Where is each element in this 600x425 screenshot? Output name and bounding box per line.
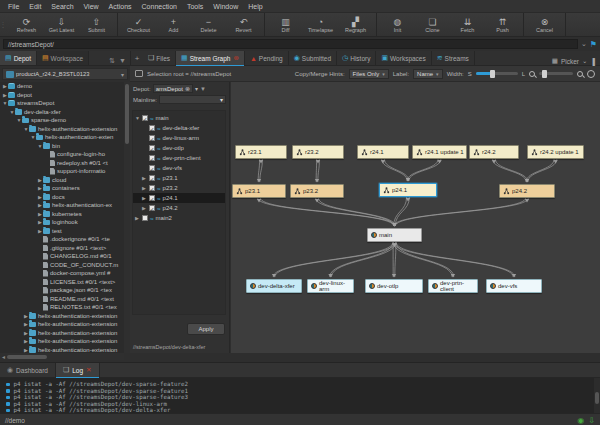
bookmark-icon[interactable]: ⚑ bbox=[590, 40, 597, 49]
stream-checkbox[interactable]: ✓ bbox=[149, 175, 155, 181]
stream-tree-item[interactable]: ✓≈dev-linux-arm bbox=[133, 133, 225, 143]
tree-item[interactable]: ▶kubernetes bbox=[0, 210, 124, 219]
tree-item[interactable]: redeploy.sh #0/1 <t bbox=[0, 159, 124, 168]
menu-item-tools[interactable]: Tools bbox=[183, 2, 207, 11]
zoom-out-icon[interactable] bbox=[529, 71, 535, 77]
push-button[interactable]: ⇈Push bbox=[485, 13, 520, 36]
depot-dropdown-icon[interactable]: ▾ bbox=[195, 85, 198, 92]
tree-item[interactable]: RELNOTES.txt #0/1 <tex bbox=[0, 303, 124, 312]
depot-tree-hscrollbar[interactable]: ◄ bbox=[0, 353, 124, 360]
menu-item-help[interactable]: Help bbox=[244, 2, 266, 11]
tree-item[interactable]: ▶test bbox=[0, 227, 124, 236]
menu-item-actions[interactable]: Actions bbox=[105, 2, 136, 11]
revert-button[interactable]: ↶Revert bbox=[226, 13, 261, 36]
tree-item[interactable]: ▼sparse-demo bbox=[0, 116, 124, 125]
tree-item[interactable]: CHANGELOG.md #0/1 bbox=[0, 252, 124, 261]
stream-node-r23.1[interactable]: r23.1 bbox=[235, 145, 287, 159]
tree-item[interactable]: ▶docs bbox=[0, 193, 124, 202]
checkout-button[interactable]: ✓Checkout bbox=[121, 13, 156, 36]
delete-button[interactable]: −Delete bbox=[191, 13, 226, 36]
tab-submitted[interactable]: ◉Submitted bbox=[289, 51, 337, 65]
stream-tree-item[interactable]: ▶✓≈p24.1 bbox=[133, 193, 225, 203]
collapsed-icon[interactable]: ▶ bbox=[142, 205, 147, 211]
stream-checkbox[interactable]: ✓ bbox=[149, 195, 155, 201]
stream-node-dev-prtn-client[interactable]: dev-prtn-client bbox=[428, 279, 478, 293]
stream-node-p24.2[interactable]: p24.2 bbox=[499, 184, 555, 198]
timelapse-button[interactable]: ◔Timelapse bbox=[303, 13, 338, 36]
cancel-button[interactable]: ⊗Cancel bbox=[527, 13, 562, 36]
clear-depot-icon[interactable]: ⊗ bbox=[185, 85, 190, 92]
stream-node-r23.2[interactable]: r23.2 bbox=[292, 145, 344, 159]
tree-item[interactable]: ▶cloud bbox=[0, 176, 124, 185]
tree-item[interactable]: support-informatio bbox=[0, 167, 124, 176]
stream-checkbox[interactable]: ✓ bbox=[142, 115, 148, 121]
collapsed-icon[interactable]: ▶ bbox=[142, 175, 147, 181]
tree-item[interactable]: ▶helix-authentication-extension bbox=[0, 320, 124, 329]
picker-control[interactable]: ▦Picker⌄▐ bbox=[552, 57, 600, 65]
scroll-left-icon[interactable]: ◄ bbox=[0, 354, 7, 360]
tree-item[interactable]: ▼bin bbox=[0, 142, 124, 151]
stream-tree-item[interactable]: ✓≈dev-prtn-client bbox=[133, 153, 225, 163]
stream-graph-canvas[interactable]: r23.1r23.2r24.1r24.1 update 1r24.2r24.2 … bbox=[231, 82, 600, 353]
stream-tree-item[interactable]: ✓≈dev-delta-xfer bbox=[133, 123, 225, 133]
add-button[interactable]: +Add bbox=[156, 13, 191, 36]
sort-icon[interactable]: ⇅ bbox=[109, 57, 115, 65]
diff-button[interactable]: ▥Diff bbox=[268, 13, 303, 36]
stream-checkbox[interactable]: ✓ bbox=[149, 165, 155, 171]
submit-button[interactable]: ⇧Submit bbox=[79, 13, 114, 36]
stream-checkbox[interactable]: ✓ bbox=[149, 145, 155, 151]
stream-node-p24.1[interactable]: p24.1 bbox=[379, 183, 437, 197]
stream-node-dev-vfs[interactable]: dev-vfs bbox=[486, 279, 542, 293]
label-dropdown[interactable]: Name ▾ bbox=[413, 69, 443, 79]
stream-tree-item[interactable]: ▶✓≈p24.2 bbox=[133, 203, 225, 213]
tree-item[interactable]: configure-login-ho bbox=[0, 150, 124, 159]
tree-item[interactable]: package.json #0/1 <tex bbox=[0, 286, 124, 295]
tree-item[interactable]: ▶helix-authentication-extension bbox=[0, 337, 124, 346]
stream-tree-item[interactable]: ✓≈dev-vfs bbox=[133, 163, 225, 173]
stream-checkbox[interactable]: ✓ bbox=[149, 185, 155, 191]
stream-checkbox[interactable]: ✓ bbox=[149, 155, 155, 161]
filter-icon[interactable]: ▼ bbox=[119, 57, 126, 65]
menu-item-file[interactable]: File bbox=[4, 2, 23, 11]
address-dropdown-icon[interactable]: ⌄ bbox=[581, 40, 587, 48]
stream-filter-icon[interactable]: ▼ bbox=[200, 86, 206, 92]
stream-checkbox[interactable]: ✓ bbox=[149, 205, 155, 211]
close-tab-icon[interactable]: ✕ bbox=[86, 366, 91, 374]
stream-node-r24.1-update-1[interactable]: r24.1 update 1 bbox=[412, 145, 467, 159]
mainline-dropdown[interactable]: ▾ bbox=[159, 95, 226, 104]
tab-pending[interactable]: ▲Pending bbox=[245, 51, 289, 65]
width-slider[interactable] bbox=[476, 72, 518, 75]
stream-checkbox[interactable] bbox=[142, 215, 148, 221]
stream-node-r24.2-update-1[interactable]: r24.2 update 1 bbox=[527, 145, 584, 159]
stream-node-dev-delta-xfer[interactable]: dev-delta-xfer bbox=[246, 279, 302, 293]
stream-node-dev-linux-arm[interactable]: dev-linux-arm bbox=[307, 279, 354, 293]
stream-tree-item[interactable]: ▶✓≈p23.1 bbox=[133, 173, 225, 183]
tree-item[interactable]: ▶depot bbox=[0, 91, 124, 100]
tree-item[interactable]: ▶loginhook bbox=[0, 218, 124, 227]
collapsed-icon[interactable]: ▶ bbox=[142, 195, 147, 201]
zoom-slider[interactable] bbox=[539, 72, 573, 75]
stream-checkbox[interactable]: ✓ bbox=[149, 125, 155, 131]
init-button[interactable]: ◍Init bbox=[380, 13, 415, 36]
tree-item[interactable]: ▶helix-authentication-ex bbox=[0, 201, 124, 210]
copy-merge-hints-dropdown[interactable]: Files Only ▾ bbox=[349, 69, 389, 79]
apply-button[interactable]: Apply bbox=[187, 323, 225, 335]
stream-tree-item[interactable]: ▶≈main2 bbox=[133, 213, 225, 223]
address-input[interactable]: //streamsDepot/ bbox=[3, 39, 578, 49]
tree-item[interactable]: .dockerignore #0/1 <te bbox=[0, 235, 124, 244]
tree-item[interactable]: docker-compose.yml # bbox=[0, 269, 124, 278]
log-scrollbar[interactable] bbox=[594, 378, 600, 413]
tab-streams[interactable]: ≋Streams bbox=[432, 51, 475, 65]
collapsed-icon[interactable]: ▶ bbox=[135, 215, 140, 221]
stream-node-p23.1[interactable]: p23.1 bbox=[232, 184, 286, 198]
stream-tree-item[interactable]: ▼✓≈main bbox=[133, 113, 225, 123]
expanded-icon[interactable]: ▼ bbox=[135, 115, 140, 121]
tab-log[interactable]: ❏Log✕ bbox=[56, 363, 100, 377]
get-latest-button[interactable]: ⇩Get Latest bbox=[44, 13, 79, 36]
tree-item[interactable]: ▶helix-authentication-extension bbox=[0, 329, 124, 338]
tab-files[interactable]: ❏Files bbox=[143, 51, 176, 65]
save-layout-icon[interactable] bbox=[135, 70, 143, 77]
tree-item[interactable]: README.md #0/1 <text bbox=[0, 295, 124, 304]
stream-node-dev-otlp[interactable]: dev-otlp bbox=[365, 279, 423, 293]
stream-node-p23.2[interactable]: p23.2 bbox=[290, 184, 344, 198]
